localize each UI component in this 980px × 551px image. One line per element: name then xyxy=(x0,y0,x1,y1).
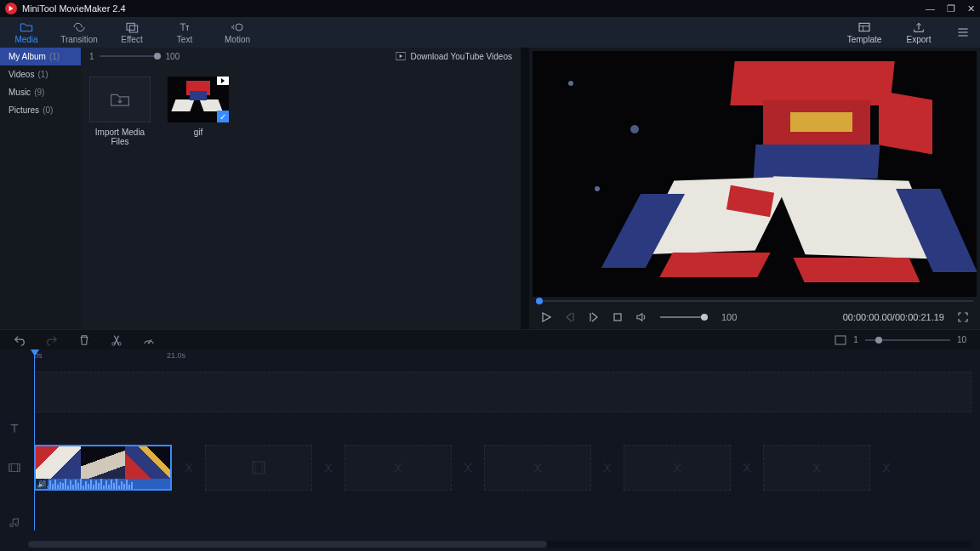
sidebar-music-count: (9) xyxy=(34,88,44,97)
transition-slot-icon[interactable] xyxy=(181,460,197,475)
hamburger-icon xyxy=(956,26,970,39)
stop-button[interactable] xyxy=(612,312,623,322)
tab-media[interactable]: Media xyxy=(0,17,53,48)
fit-zoom-icon[interactable] xyxy=(835,334,846,346)
window-close-icon[interactable]: ✕ xyxy=(967,4,975,14)
preview-panel: 100 00:00:00.00/00:00:21.19 xyxy=(529,48,980,329)
svg-rect-10 xyxy=(9,464,19,472)
thumbnail-zoom-slider[interactable] xyxy=(100,55,161,57)
thumb-zoom-max: 100 xyxy=(166,52,180,61)
media-clip-gif[interactable]: ✓ gif xyxy=(168,77,229,137)
speed-button[interactable] xyxy=(143,334,155,346)
template-button[interactable]: Template xyxy=(837,17,892,48)
panel-divider[interactable] xyxy=(521,48,529,329)
timeline[interactable]: 0s 21.0s xyxy=(0,349,980,551)
svg-rect-11 xyxy=(253,462,265,474)
thumb-zoom-min: 1 xyxy=(89,52,94,61)
media-panel-header: 1 100 Download YouTube Videos xyxy=(81,48,521,65)
empty-video-slot[interactable] xyxy=(205,445,312,491)
hamburger-menu-button[interactable] xyxy=(946,17,980,48)
empty-video-slot[interactable] xyxy=(484,445,591,491)
preview-canvas[interactable] xyxy=(533,51,977,297)
tab-motion-label: Motion xyxy=(225,35,250,44)
import-folder-icon xyxy=(110,91,130,108)
media-category-sidebar: My Album (1) Videos (1) Music (9) Pictur… xyxy=(0,48,81,329)
effect-icon xyxy=(125,21,139,33)
sidebar-item-videos[interactable]: Videos (1) xyxy=(0,65,81,83)
preview-controls: 100 00:00:00.00/00:00:21.19 xyxy=(533,305,977,329)
tab-transition[interactable]: Transition xyxy=(53,17,105,48)
empty-video-slot[interactable] xyxy=(763,445,870,491)
music-track-lane[interactable] xyxy=(28,514,971,531)
media-panel: 1 100 Download YouTube Videos Import Med… xyxy=(81,48,521,329)
tab-text-label: Text xyxy=(177,35,192,44)
timeline-zoom-max: 10 xyxy=(957,335,966,344)
app-logo-icon xyxy=(5,3,17,14)
svg-rect-1 xyxy=(129,26,137,32)
tab-motion[interactable]: Motion xyxy=(211,17,264,48)
text-icon xyxy=(178,21,191,33)
fullscreen-button[interactable] xyxy=(958,312,968,322)
redo-button[interactable] xyxy=(46,334,58,346)
volume-slider[interactable] xyxy=(660,316,708,318)
volume-value: 100 xyxy=(721,312,737,322)
undo-button[interactable] xyxy=(14,334,26,346)
timeline-horizontal-scrollbar[interactable] xyxy=(28,541,971,548)
transition-slot-icon[interactable] xyxy=(600,460,615,475)
sidebar-item-pictures[interactable]: Pictures (0) xyxy=(0,101,81,119)
timeline-playhead[interactable] xyxy=(34,349,35,531)
title-bar: MiniTool MovieMaker 2.4 — ❐ ✕ xyxy=(0,0,980,17)
clip-selected-check-icon: ✓ xyxy=(217,111,229,122)
media-clip-label: gif xyxy=(194,128,203,137)
timeline-toolbar: 1 10 xyxy=(0,329,980,349)
timeline-ruler[interactable]: 0s 21.0s xyxy=(0,349,980,365)
import-media-button[interactable]: Import Media Files xyxy=(89,77,151,146)
main-toolbar: Media Transition Effect Text Motion Temp… xyxy=(0,17,980,48)
youtube-icon xyxy=(396,52,406,60)
sidebar-myalbum-label: My Album xyxy=(9,52,46,61)
template-icon xyxy=(858,21,871,33)
empty-video-slot[interactable] xyxy=(624,445,731,491)
transition-slot-icon[interactable] xyxy=(879,460,894,475)
timeline-zoom-slider[interactable] xyxy=(865,339,950,341)
folder-icon xyxy=(20,21,33,33)
motion-icon xyxy=(231,21,244,33)
clip-waveform xyxy=(36,479,170,489)
transition-slot-icon[interactable] xyxy=(460,460,476,475)
download-youtube-button[interactable]: Download YouTube Videos xyxy=(396,52,512,61)
time-current: 00:00:00.00 xyxy=(843,312,892,322)
tab-effect[interactable]: Effect xyxy=(105,17,158,48)
download-youtube-label: Download YouTube Videos xyxy=(410,52,512,61)
video-track-lane[interactable]: 🔊 xyxy=(28,445,971,491)
export-button[interactable]: Export xyxy=(892,17,946,48)
svg-rect-9 xyxy=(835,336,846,344)
sidebar-pictures-label: Pictures xyxy=(9,105,39,115)
window-maximize-icon[interactable]: ❐ xyxy=(947,4,955,14)
tab-text[interactable]: Text xyxy=(158,17,211,48)
export-icon xyxy=(912,21,926,33)
sidebar-videos-count: (1) xyxy=(37,70,48,79)
preview-timecode: 00:00:00.00/00:00:21.19 xyxy=(843,312,944,322)
empty-video-slot[interactable] xyxy=(345,445,452,491)
transition-slot-icon[interactable] xyxy=(321,460,336,475)
svg-rect-3 xyxy=(859,23,869,31)
sidebar-videos-label: Videos xyxy=(9,70,34,79)
split-button[interactable] xyxy=(111,334,122,346)
window-minimize-icon[interactable]: — xyxy=(926,4,935,14)
video-track-icon xyxy=(0,445,28,491)
timeline-clip[interactable]: 🔊 xyxy=(34,445,172,491)
media-clip-thumbnail[interactable]: ✓ xyxy=(168,77,229,122)
delete-button[interactable] xyxy=(78,334,90,346)
import-media-label: Import Media Files xyxy=(89,128,151,146)
prev-frame-button[interactable] xyxy=(565,312,575,322)
sidebar-item-myalbum[interactable]: My Album (1) xyxy=(0,48,81,65)
transition-slot-icon[interactable] xyxy=(739,460,755,475)
sidebar-item-music[interactable]: Music (9) xyxy=(0,83,81,101)
preview-seek-bar[interactable] xyxy=(533,297,977,305)
next-frame-button[interactable] xyxy=(589,312,599,322)
text-track-icon xyxy=(0,418,28,440)
play-button[interactable] xyxy=(541,312,551,322)
tab-effect-label: Effect xyxy=(121,35,142,44)
ruler-mark-1: 21.0s xyxy=(167,351,185,360)
volume-icon[interactable] xyxy=(636,312,647,322)
